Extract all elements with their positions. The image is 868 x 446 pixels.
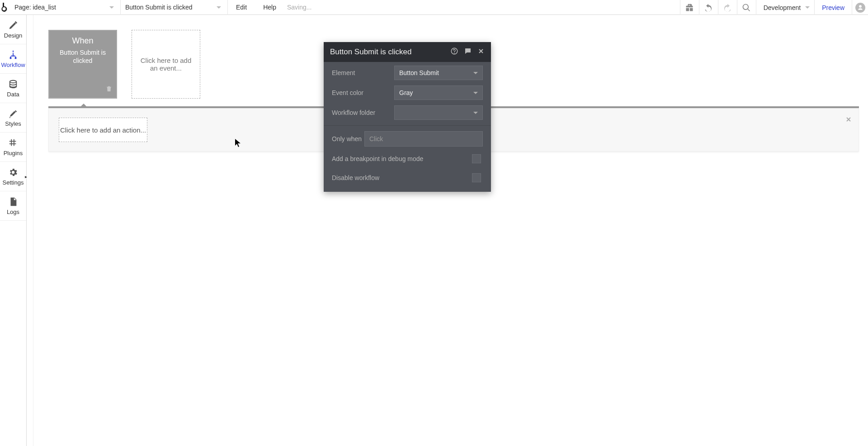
events-row: When Button Submit is clicked Click here… — [48, 30, 200, 99]
row-disable: Disable workflow — [324, 168, 491, 187]
page-selector[interactable]: Page: idea_list — [10, 0, 121, 15]
sidebar-item-plugins[interactable]: Plugins — [0, 133, 26, 162]
row-workflow-folder: Workflow folder — [324, 103, 491, 123]
panel-header[interactable]: Button Submit is clicked — [324, 42, 491, 62]
app-logo[interactable] — [0, 0, 10, 15]
close-actions-button[interactable] — [845, 116, 852, 125]
add-action-button[interactable]: Click here to add an action... — [59, 118, 147, 142]
panel-help-button[interactable] — [450, 47, 458, 57]
element-select-value: Button Submit — [399, 69, 439, 76]
sidebar-item-label: Design — [4, 32, 22, 39]
add-event-button[interactable]: Click here to add an event... — [132, 30, 200, 99]
gift-button[interactable] — [680, 0, 699, 15]
panel-comment-button[interactable] — [464, 47, 472, 57]
row-element: Element Button Submit — [324, 63, 491, 83]
row-breakpoint: Add a breakpoint in debug mode — [324, 149, 491, 168]
topbar-right: Development Preview — [680, 0, 868, 15]
sidebar-item-label: Plugins — [4, 150, 23, 157]
event-selector-label: Button Submit is clicked — [125, 4, 193, 11]
undo-button[interactable] — [699, 0, 718, 15]
event-color-label: Event color — [332, 89, 394, 96]
panel-title: Button Submit is clicked — [330, 47, 411, 57]
sidebar-item-logs[interactable]: Logs — [0, 191, 26, 221]
account-button[interactable] — [852, 0, 868, 15]
edit-link[interactable]: Edit — [228, 0, 255, 15]
avatar-icon — [855, 3, 865, 13]
sidebar-item-label: Styles — [5, 120, 21, 127]
add-event-label: Click here to add an event... — [139, 57, 193, 72]
chevron-down-icon — [217, 6, 221, 9]
event-selector[interactable]: Button Submit is clicked — [121, 0, 228, 15]
event-color-select-value: Gray — [399, 89, 413, 96]
chevron-down-icon — [805, 6, 810, 9]
only-when-placeholder: Click — [369, 135, 383, 142]
sidebar-item-design[interactable]: Design — [0, 15, 26, 44]
workflow-canvas: When Button Submit is clicked Click here… — [33, 15, 868, 446]
page-selector-label: Page: idea_list — [14, 4, 56, 11]
event-properties-panel: Button Submit is clicked Element Button … — [324, 42, 491, 192]
panel-body: Element Button Submit Event color Gray W… — [324, 62, 491, 192]
disable-checkbox[interactable] — [472, 173, 481, 182]
row-event-color: Event color Gray — [324, 83, 491, 103]
row-only-when: Only when Click — [324, 128, 491, 149]
panel-close-button[interactable] — [477, 47, 485, 57]
sidebar-item-label: Workflow — [1, 62, 25, 68]
help-link[interactable]: Help — [255, 0, 284, 15]
event-color-select[interactable]: Gray — [394, 85, 483, 100]
sidebar: Design Workflow Data Styles Plugins Sett… — [0, 15, 27, 446]
workflow-event-block[interactable]: When Button Submit is clicked — [48, 30, 117, 99]
sidebar-item-styles[interactable]: Styles — [0, 103, 26, 133]
only-when-label: Only when — [332, 135, 364, 142]
event-description: Button Submit is clicked — [49, 48, 116, 65]
breakpoint-checkbox[interactable] — [472, 154, 481, 163]
chevron-down-icon — [473, 72, 478, 74]
panel-divider — [324, 125, 491, 126]
chevron-down-icon — [109, 6, 114, 9]
add-action-label: Click here to add an action... — [60, 126, 146, 134]
search-button[interactable] — [737, 0, 756, 15]
workflow-folder-label: Workflow folder — [332, 109, 394, 116]
element-select[interactable]: Button Submit — [394, 66, 483, 80]
saving-status: Saving... — [284, 4, 311, 11]
disable-label: Disable workflow — [332, 174, 379, 181]
sidebar-item-label: Data — [7, 91, 19, 98]
topbar: Page: idea_list Button Submit is clicked… — [0, 0, 868, 15]
sidebar-item-data[interactable]: Data — [0, 74, 26, 103]
redo-button[interactable] — [718, 0, 737, 15]
breakpoint-label: Add a breakpoint in debug mode — [332, 155, 423, 162]
element-label: Element — [332, 69, 394, 76]
chevron-down-icon — [473, 112, 478, 114]
sidebar-item-label: Settings — [3, 179, 24, 186]
sidebar-item-settings[interactable]: Settings — [0, 162, 26, 191]
version-label: Development — [764, 4, 801, 11]
event-when-label: When — [72, 36, 93, 46]
sidebar-gutter — [27, 15, 33, 446]
sidebar-item-label: Logs — [7, 209, 19, 215]
chevron-down-icon — [473, 92, 478, 94]
preview-button[interactable]: Preview — [814, 0, 852, 15]
sidebar-item-workflow[interactable]: Workflow — [0, 44, 26, 74]
only-when-input[interactable]: Click — [364, 131, 483, 147]
workflow-folder-select[interactable] — [394, 105, 483, 120]
delete-event-button[interactable] — [105, 85, 113, 94]
version-selector[interactable]: Development — [756, 0, 815, 15]
